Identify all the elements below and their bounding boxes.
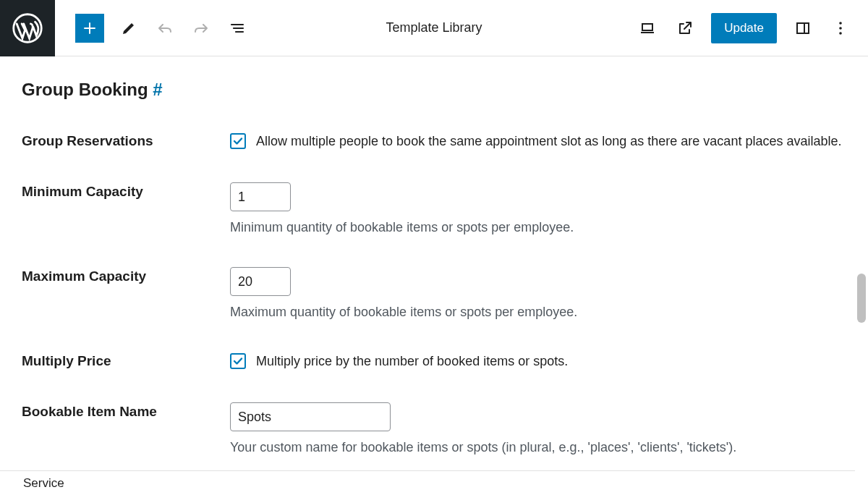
edit-button[interactable] (117, 17, 140, 40)
document-title[interactable]: Template Library (386, 20, 482, 35)
svg-rect-1 (797, 23, 809, 33)
svg-point-4 (839, 27, 842, 30)
breadcrumb-item[interactable]: Service (23, 476, 64, 491)
input-max-capacity[interactable] (230, 267, 291, 296)
row-group-reservations: Group Reservations Allow multiple people… (22, 132, 846, 151)
row-min-capacity: Minimum Capacity Minimum quantity of boo… (22, 182, 846, 235)
scrollbar-thumb[interactable] (857, 274, 866, 323)
check-icon (232, 135, 244, 147)
svg-point-5 (839, 32, 842, 35)
row-multiply-price: Multiply Price Multiply price by the num… (22, 352, 846, 371)
sidebar-toggle-button[interactable] (791, 17, 814, 40)
row-item-name: Bookable Item Name Your custom name for … (22, 402, 846, 455)
panel-right-icon (794, 20, 812, 37)
plus-icon (81, 20, 98, 37)
label-max-capacity: Maximum Capacity (22, 267, 230, 284)
settings-content: Group Booking # Group Reservations Allow… (0, 56, 868, 470)
section-title: Group Booking # (22, 80, 846, 100)
more-options-button[interactable] (829, 17, 852, 40)
redo-button (190, 17, 213, 40)
external-link-icon (676, 20, 694, 37)
wordpress-logo[interactable] (0, 0, 55, 56)
redo-icon (192, 20, 210, 37)
kebab-icon (832, 20, 849, 37)
label-min-capacity: Minimum Capacity (22, 182, 230, 200)
toolbar-left-group (55, 14, 249, 43)
label-group-reservations: Group Reservations (22, 132, 230, 149)
help-max-capacity: Maximum quantity of bookable items or sp… (230, 305, 846, 320)
label-item-name: Bookable Item Name (22, 402, 230, 420)
update-button[interactable]: Update (711, 13, 777, 43)
add-block-button[interactable] (75, 14, 104, 43)
editor-toolbar: Template Library Update (0, 0, 868, 56)
input-item-name[interactable] (230, 402, 391, 431)
text-group-reservations: Allow multiple people to book the same a… (256, 132, 841, 151)
text-multiply-price: Multiply price by the number of booked i… (256, 352, 568, 371)
document-outline-button[interactable] (226, 17, 249, 40)
input-min-capacity[interactable] (230, 182, 291, 211)
pencil-icon (120, 20, 137, 37)
wordpress-icon (12, 13, 43, 43)
view-desktop-button[interactable] (636, 17, 659, 40)
label-multiply-price: Multiply Price (22, 352, 230, 369)
svg-point-3 (839, 22, 842, 25)
row-max-capacity: Maximum Capacity Maximum quantity of boo… (22, 267, 846, 320)
help-item-name: Your custom name for bookable items or s… (230, 440, 846, 455)
undo-icon (156, 20, 174, 37)
help-min-capacity: Minimum quantity of bookable items or sp… (230, 220, 846, 235)
checkbox-group-reservations[interactable] (230, 133, 246, 149)
laptop-icon (639, 20, 656, 37)
undo-button (153, 17, 176, 40)
check-icon (232, 355, 244, 367)
breadcrumb-bar: Service (0, 470, 855, 495)
list-outline-icon (229, 20, 246, 37)
section-title-text: Group Booking (22, 80, 148, 99)
section-anchor-link[interactable]: # (153, 80, 162, 99)
toolbar-right-group: Update (636, 13, 868, 43)
open-preview-button[interactable] (673, 17, 697, 40)
checkbox-multiply-price[interactable] (230, 353, 246, 369)
scrollbar[interactable] (855, 56, 868, 495)
